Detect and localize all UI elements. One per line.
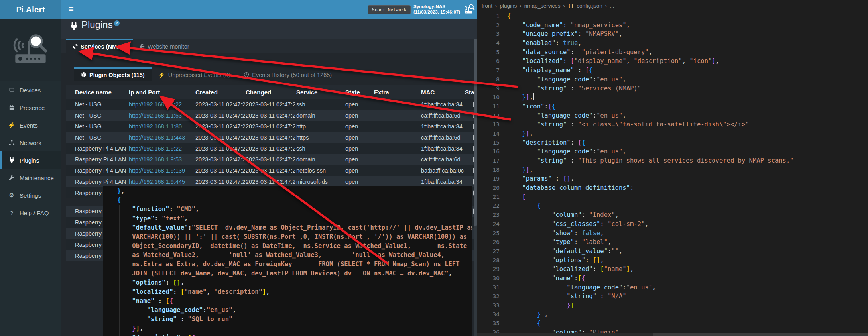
pialert-logo-art [0, 19, 61, 81]
cell-extra [374, 121, 420, 132]
line-number: 25 [477, 229, 500, 238]
cell-changed: 2023-03-11 02:47:20 [246, 165, 295, 176]
tab-label: Events History (50 out of 1265) [252, 72, 332, 78]
cell-device: Raspberry Pi 4 LAN [75, 154, 128, 165]
column-header-mac[interactable]: MAC [421, 85, 464, 99]
column-header-changed[interactable]: Changed [246, 85, 295, 99]
line-number: 16 [477, 147, 500, 156]
sidebar-item-settings[interactable]: ⚙Settings [0, 187, 61, 204]
line-number: 13 [477, 120, 500, 129]
code-line: 34 } , [477, 310, 868, 319]
snippet-code-line: "language_code":"en_us", [103, 306, 472, 315]
column-header-extra[interactable]: Extra [374, 85, 420, 99]
sidebar-item-presence[interactable]: Presence [0, 99, 61, 116]
clock-icon [244, 72, 249, 79]
cell-created: 2023-03-11 02:47:20 [195, 154, 245, 165]
content-scrollbar-thumb[interactable] [474, 39, 477, 226]
breadcrumb-item[interactable]: front [482, 3, 492, 9]
snippet-code-line: as Watched_Value2, 'null' as Watched_Val… [103, 251, 472, 260]
tab-services-nmap-[interactable]: Services (NMAP) [66, 39, 133, 53]
network-icon [6, 140, 17, 146]
help-badge[interactable]: ? [114, 20, 120, 26]
column-header-service[interactable]: Service [296, 85, 344, 99]
line-number: 26 [477, 238, 500, 247]
sidebar-item-maintenance[interactable]: Maintenance [0, 169, 61, 187]
sidebar-item-label: Presence [20, 104, 45, 111]
sidebar-toggle-icon[interactable]: ≡ [65, 3, 77, 15]
breadcrumb-item[interactable]: plugins [500, 3, 517, 9]
cell-service: http [296, 121, 344, 132]
cell-extra [374, 110, 420, 121]
cell-mac: ca:ff:ff:ca:ba:6d [421, 110, 464, 121]
tab-events-history-50-out-of-1265-[interactable]: Events History (50 out of 1265) [237, 67, 339, 81]
code-line: 15 "description": [{ [477, 138, 868, 147]
cell-device: Raspberry Pi 4 LAN [75, 165, 128, 176]
tab-website-monitor[interactable]: Website monitor [133, 39, 196, 53]
cell-ip[interactable]: http://192.168.1.9:22 [129, 143, 193, 154]
line-number: 14 [477, 129, 500, 138]
snippet-code-line: ns.Extra as Extra, dv.dev_MAC as Foreign… [103, 260, 472, 269]
question-icon: ? [6, 210, 17, 216]
table-row: Net - USGhttp://192.168.1.1:4432023-03-1… [66, 132, 474, 143]
page-title: Plugins [81, 19, 113, 30]
cell-state: open [345, 132, 373, 143]
line-number: 8 [477, 75, 500, 84]
cell-ip[interactable]: http://192.168.1.1:53 [129, 110, 193, 121]
sidebar-item-events[interactable]: ⚡Events [0, 116, 61, 134]
cell-state: open [345, 165, 373, 176]
editor-horizontal-scrollbar[interactable] [477, 333, 868, 336]
cell-mac: ca:ff:ff:ca:ba:6d [421, 154, 464, 165]
cell-changed: 2023-03-11 02:47:20 [246, 99, 295, 110]
globe-icon [140, 44, 145, 49]
plug-icon [6, 157, 17, 163]
breadcrumb-label: ... [610, 3, 614, 9]
breadcrumb-separator: › [520, 3, 522, 9]
sidebar-item-devices[interactable]: Devices [0, 81, 61, 99]
brand-logo[interactable]: Pi.Alert [0, 0, 61, 19]
cell-ip[interactable]: http://192.168.1.1:22 [129, 99, 193, 110]
table-row: Raspberry Pi 4 LANhttp://192.168.1.9:222… [66, 143, 474, 154]
tab-plugin-objects-115-[interactable]: Plugin Objects (115) [74, 67, 152, 81]
cell-ip[interactable]: http://192.168.1.1:443 [129, 132, 193, 143]
sidebar-item-network[interactable]: Network [0, 134, 61, 151]
line-number: 3 [477, 29, 500, 39]
line-number: 21 [477, 193, 500, 202]
code-line: 24 "css_classes": "col-sm-2", [477, 220, 868, 229]
sidebar-item-plugins[interactable]: Plugins [0, 151, 61, 169]
cell-ip[interactable]: http://192.168.1.9:53 [129, 154, 193, 165]
editor-hscroll-thumb[interactable] [653, 333, 868, 336]
code-line: 14 }], [477, 129, 868, 138]
line-number: 32 [477, 292, 500, 301]
editor-code-area[interactable]: 1{2 "code_name": "nmap_services",3 "uniq… [477, 12, 868, 336]
snippet-code-line: }, [103, 187, 472, 196]
breadcrumb-separator: › [563, 3, 565, 9]
cell-ip[interactable]: http://192.168.1.1:80 [129, 121, 193, 132]
breadcrumb-item[interactable]: ... [610, 3, 614, 9]
sidebar-item-help-faq[interactable]: ?Help / FAQ [0, 204, 61, 222]
wrench-icon [6, 175, 17, 181]
column-header-state[interactable]: State [345, 85, 373, 99]
cell-mac: 1f:ba:ff:ca:ba:34 [421, 121, 464, 132]
breadcrumb-item[interactable]: nmap_services [524, 3, 561, 9]
cell-device: Net - USG [75, 132, 128, 143]
cell-ip[interactable]: http://192.168.1.9:139 [129, 165, 193, 176]
column-header-created[interactable]: Created [195, 85, 245, 99]
cell-extra [374, 154, 420, 165]
code-line: 31 "language_code":"en_us", [477, 283, 868, 292]
cell-service: domain [296, 110, 344, 121]
cell-state: open [345, 121, 373, 132]
content-scrollbar[interactable] [474, 39, 477, 336]
breadcrumb-label: plugins [500, 3, 517, 9]
cell-extra [374, 132, 420, 143]
column-header-device-name[interactable]: Device name [75, 85, 128, 99]
cell-service: ssh [296, 143, 344, 154]
tab-unprocessed-events-0-[interactable]: ⚡Unprocessed Events (0) [152, 67, 237, 81]
code-line: 9 "string" : "Services (NMAP)" [477, 84, 868, 93]
cell-service: domain [296, 154, 344, 165]
line-number: 17 [477, 156, 500, 165]
host-info[interactable]: Synology-NAS (11/03/2023, 15:46:07) [413, 4, 460, 15]
breadcrumb-item[interactable]: {}config.json [568, 3, 602, 9]
code-line: 6 "localized": ["display_name", "descrip… [477, 57, 868, 66]
table-row: Raspberry Pi 4 LANhttp://192.168.1.9:139… [66, 165, 474, 176]
column-header-ip-and-port[interactable]: Ip and Port [129, 85, 193, 99]
